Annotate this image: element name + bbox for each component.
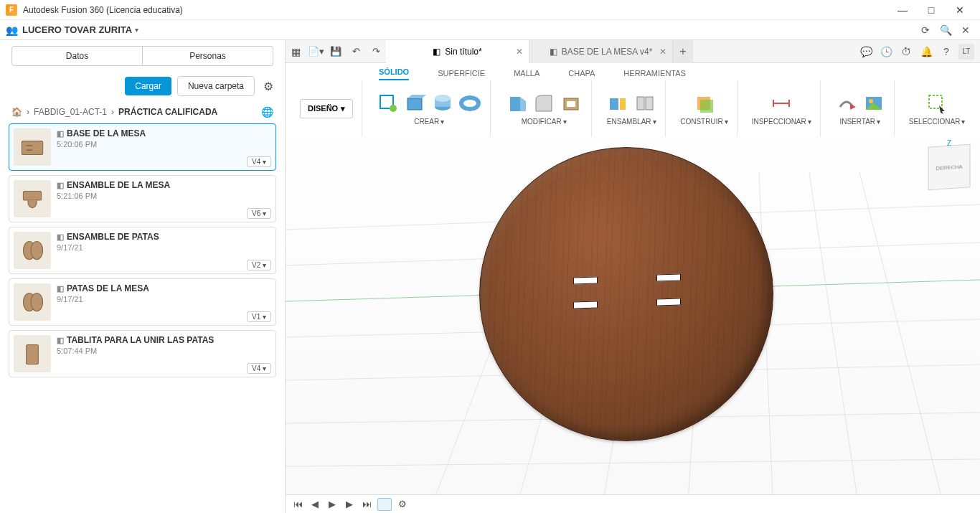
- team-name[interactable]: LUCERO TOVAR ZURITA: [22, 24, 132, 35]
- close-tab-icon[interactable]: ✕: [516, 47, 523, 57]
- file-menu[interactable]: 📄▾: [306, 46, 326, 57]
- shell-icon[interactable]: [560, 92, 583, 115]
- save-button[interactable]: 💾: [326, 46, 346, 57]
- breadcrumb-folder[interactable]: FABDIG_01-ACT-1: [34, 107, 107, 117]
- cube-icon: ◧: [57, 232, 64, 242]
- version-badge[interactable]: V2 ▾: [247, 260, 271, 270]
- group-insert[interactable]: INSERTAR ▾: [839, 118, 880, 126]
- redo-button[interactable]: ↷: [366, 46, 386, 57]
- insert-image-icon[interactable]: [862, 92, 885, 115]
- joint-icon[interactable]: [633, 92, 656, 115]
- ribbon-tab-solid[interactable]: SÓLIDO: [379, 67, 409, 80]
- svg-rect-3: [23, 192, 41, 201]
- model-slot: [573, 276, 598, 284]
- close-tab-icon[interactable]: ✕: [659, 47, 666, 57]
- maximize-button[interactable]: □: [917, 0, 946, 20]
- tab-people[interactable]: Personas: [143, 46, 273, 66]
- timeline-play-icon[interactable]: ▶: [326, 499, 339, 509]
- tab-data[interactable]: Datos: [11, 46, 143, 66]
- cube-icon: ◧: [57, 284, 64, 293]
- tab-label: BASE DE LA MESA v4*: [562, 47, 653, 57]
- timeline-back-icon[interactable]: ◀: [308, 499, 321, 509]
- data-item[interactable]: ◧PATAS DE LA MESA 9/17/21 V1 ▾: [9, 278, 276, 326]
- close-button[interactable]: ✕: [946, 0, 974, 20]
- extrude-icon[interactable]: [431, 92, 454, 115]
- user-avatar[interactable]: LT: [958, 44, 974, 60]
- cube-icon: ◧: [57, 129, 64, 138]
- breadcrumb-current[interactable]: PRÁCTICA CALIFICADA: [118, 107, 217, 117]
- construct-icon[interactable]: [692, 92, 715, 115]
- gear-icon[interactable]: ⚙: [263, 80, 273, 93]
- window-title: Autodesk Fusion 360 (Licencia educativa): [23, 5, 183, 15]
- select-icon[interactable]: [925, 92, 948, 115]
- assemble-icon[interactable]: [606, 92, 629, 115]
- timeline-start-icon[interactable]: ⏮: [291, 499, 304, 509]
- timeline-feature[interactable]: [377, 498, 392, 511]
- model-disc[interactable]: [479, 147, 773, 441]
- chevron-down-icon[interactable]: ▾: [135, 26, 138, 34]
- data-item[interactable]: ◧ENSAMBLE DE PATAS 9/17/21 V2 ▾: [9, 227, 276, 274]
- data-item[interactable]: ◧TABLITA PARA LA UNIR LAS PATAS 5:07:44 …: [9, 330, 276, 377]
- insert-derive-icon[interactable]: [835, 92, 858, 115]
- svg-point-15: [435, 95, 451, 102]
- document-tab[interactable]: ◧ BASE DE LA MESA v4* ✕: [529, 40, 673, 63]
- sketch-icon[interactable]: [377, 92, 400, 115]
- group-modify[interactable]: MODIFICAR ▾: [522, 118, 567, 126]
- ribbon-tab-surface[interactable]: SUPERFICIE: [438, 69, 485, 80]
- refresh-button[interactable]: ⟳: [917, 22, 934, 39]
- svg-rect-33: [929, 95, 942, 108]
- item-title: ENSAMBLE DE PATAS: [67, 232, 159, 242]
- close-panel-button[interactable]: ✕: [957, 22, 974, 39]
- cube-icon: ◧: [57, 181, 64, 190]
- thumbnail-icon: [14, 335, 51, 372]
- search-button[interactable]: 🔍: [937, 22, 954, 39]
- ribbon-tab-sheet[interactable]: CHAPA: [568, 69, 595, 80]
- globe-icon[interactable]: 🌐: [261, 106, 273, 118]
- upload-button[interactable]: Cargar: [125, 77, 171, 95]
- revolve-icon[interactable]: [458, 92, 481, 115]
- ribbon-tab-mesh[interactable]: MALLA: [514, 69, 540, 80]
- timeline-settings-icon[interactable]: ⚙: [396, 499, 409, 509]
- new-folder-button[interactable]: Nueva carpeta: [177, 76, 255, 96]
- ribbon-tab-tools[interactable]: HERRAMIENTAS: [623, 69, 686, 80]
- workspace-switcher[interactable]: DISEÑO ▾: [300, 99, 353, 118]
- new-tab-button[interactable]: +: [673, 40, 693, 63]
- document-tab-active[interactable]: ◧ Sin título* ✕: [386, 40, 529, 63]
- group-construct[interactable]: CONSTRUIR ▾: [680, 118, 727, 126]
- presspull-icon[interactable]: [505, 92, 528, 115]
- model-slot: [573, 301, 598, 309]
- version-badge[interactable]: V4 ▾: [247, 156, 271, 167]
- viewport[interactable]: Z DERECHA ⏮ ◀ ▶ ▶ ⏭ ⚙: [286, 136, 980, 513]
- svg-line-41: [859, 172, 946, 513]
- viewcube[interactable]: DERECHA: [928, 144, 971, 191]
- group-assemble[interactable]: ENSAMBLAR ▾: [607, 118, 656, 126]
- timeline-end-icon[interactable]: ⏭: [360, 499, 373, 509]
- svg-point-16: [461, 98, 479, 109]
- data-item[interactable]: ◧ENSAMBLE DE LA MESA 5:21:06 PM V6 ▾: [9, 175, 276, 222]
- timeline-fwd-icon[interactable]: ▶: [343, 499, 356, 509]
- help-icon[interactable]: ?: [938, 44, 954, 60]
- job-status-icon[interactable]: 🕒: [878, 44, 894, 60]
- item-meta: 5:07:44 PM: [57, 347, 271, 355]
- thumbnail-icon: [14, 232, 51, 269]
- svg-rect-21: [620, 98, 626, 110]
- notifications-icon[interactable]: 🔔: [918, 44, 934, 60]
- box-icon[interactable]: [404, 92, 427, 115]
- app-grid-icon[interactable]: ▦: [286, 46, 306, 57]
- group-create[interactable]: CREAR ▾: [414, 118, 444, 126]
- group-select[interactable]: SELECCIONAR ▾: [909, 118, 966, 126]
- svg-rect-17: [510, 97, 520, 111]
- home-icon[interactable]: 🏠: [11, 107, 22, 117]
- extensions-icon[interactable]: 💬: [858, 44, 874, 60]
- version-badge[interactable]: V4 ▾: [247, 363, 271, 374]
- version-badge[interactable]: V6 ▾: [247, 208, 271, 219]
- version-badge[interactable]: V1 ▾: [247, 311, 271, 322]
- group-inspect[interactable]: INSPECCIONAR ▾: [752, 118, 811, 126]
- undo-button[interactable]: ↶: [346, 46, 366, 57]
- inspect-icon[interactable]: [770, 92, 793, 115]
- clock-icon[interactable]: ⏱: [898, 44, 914, 60]
- fillet-icon[interactable]: [532, 92, 555, 115]
- svg-rect-23: [646, 97, 653, 110]
- data-item[interactable]: ◧BASE DE LA MESA 5:20:06 PM V4 ▾: [9, 123, 276, 171]
- minimize-button[interactable]: —: [888, 0, 917, 20]
